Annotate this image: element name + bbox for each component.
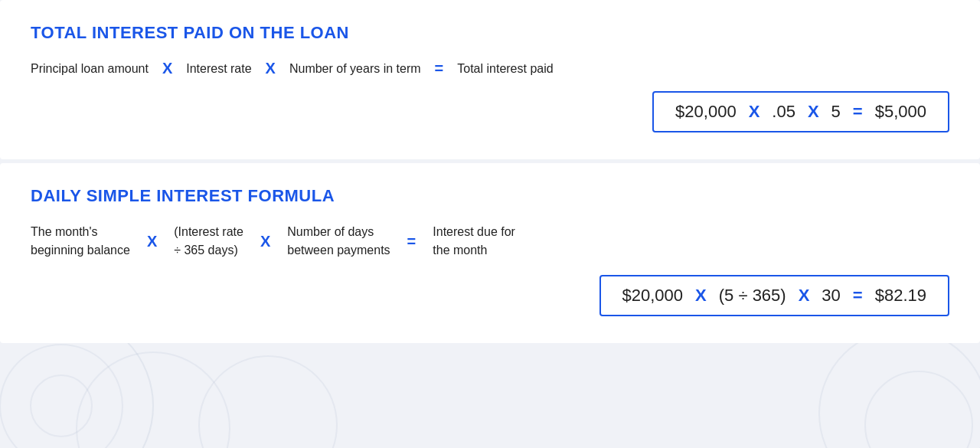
svg-point-6 — [865, 371, 972, 448]
example2-op1: X — [695, 286, 707, 306]
equals-2: = — [407, 233, 416, 250]
svg-point-1 — [0, 345, 122, 448]
equals-1: = — [435, 60, 444, 77]
operator-x4: X — [260, 233, 270, 250]
operator-x1: X — [162, 60, 172, 77]
term-beginning-balance: The month'sbeginning balance — [31, 223, 130, 260]
term-interest-due: Interest due forthe month — [433, 223, 515, 260]
term-interest-rate-365: (Interest rate÷ 365 days) — [174, 223, 243, 260]
operator-x3: X — [147, 233, 157, 250]
svg-point-2 — [31, 375, 92, 437]
page-wrapper: TOTAL INTEREST PAID ON THE LOAN Principa… — [0, 0, 980, 448]
formula-row-1: Principal loan amount X Interest rate X … — [31, 60, 949, 77]
example2-rate-365: (5 ÷ 365) — [719, 286, 786, 306]
svg-point-4 — [199, 356, 337, 448]
example-principal: $20,000 — [675, 102, 737, 122]
example2-days: 30 — [822, 286, 840, 306]
example-eq: = — [853, 102, 863, 122]
section2-title: DAILY SIMPLE INTEREST FORMULA — [31, 186, 949, 206]
example-years: 5 — [831, 102, 841, 122]
section1-title: TOTAL INTEREST PAID ON THE LOAN — [31, 23, 949, 43]
example-rate: .05 — [772, 102, 795, 122]
section-daily-simple: DAILY SIMPLE INTEREST FORMULA The month'… — [0, 163, 980, 343]
example2-result: $82.19 — [875, 286, 926, 306]
example2-op2: X — [799, 286, 810, 306]
term-days-between: Number of daysbetween payments — [287, 223, 390, 260]
term-interest-rate: Interest rate — [186, 62, 251, 76]
example-box-2: $20,000 X (5 ÷ 365) X 30 = $82.19 — [599, 275, 949, 316]
example2-principal: $20,000 — [622, 286, 684, 306]
term-years: Number of years in term — [289, 62, 421, 76]
example-op2: X — [808, 102, 819, 122]
svg-point-5 — [819, 329, 980, 448]
section-total-interest: TOTAL INTEREST PAID ON THE LOAN Principa… — [0, 0, 980, 159]
operator-x2: X — [266, 60, 276, 77]
term-total-interest: Total interest paid — [457, 62, 553, 76]
example-box-1: $20,000 X .05 X 5 = $5,000 — [652, 91, 949, 132]
term-principal: Principal loan amount — [31, 62, 149, 76]
svg-point-3 — [77, 352, 230, 448]
example-row-2: $20,000 X (5 ÷ 365) X 30 = $82.19 — [31, 275, 949, 316]
example-row-1: $20,000 X .05 X 5 = $5,000 — [31, 91, 949, 132]
example-result-1: $5,000 — [875, 102, 926, 122]
example2-eq: = — [853, 286, 863, 306]
formula-row-2: The month'sbeginning balance X (Interest… — [31, 223, 949, 260]
example-op1: X — [749, 102, 760, 122]
